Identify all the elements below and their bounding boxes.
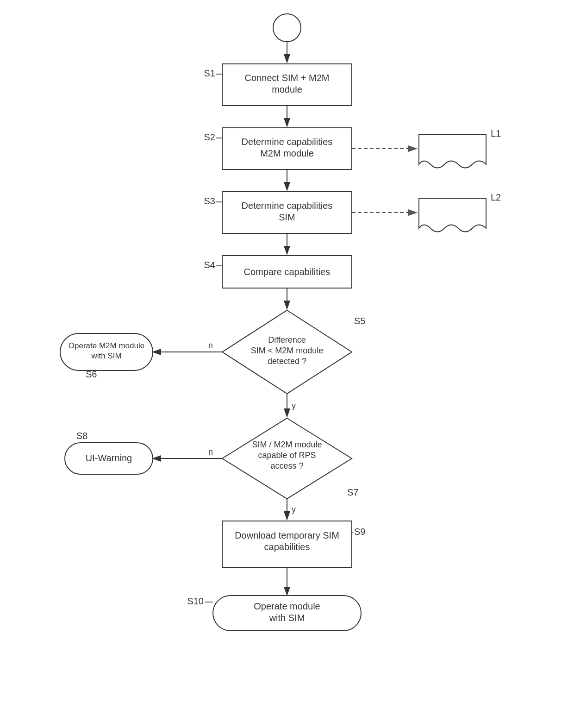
s4-step-label: S4 xyxy=(204,260,215,270)
s4-label: Compare capabilities xyxy=(244,267,331,277)
s7-n-label: n xyxy=(208,447,213,457)
s3-label-line1: Determine capabilities xyxy=(242,201,333,211)
s1-step-label: S1 xyxy=(204,68,215,78)
s10-label-line1: Operate module xyxy=(254,601,320,611)
s10-step-label: S10 xyxy=(187,596,204,606)
s8-label: UI-Warning xyxy=(86,453,132,463)
s10-label-line2: with SIM xyxy=(269,613,305,623)
l1-label: L1 xyxy=(491,128,501,138)
s7-label-line2: capable of RPS xyxy=(258,451,316,460)
s6-label-line1: Operate M2M module xyxy=(69,341,144,350)
s7-step-label: S7 xyxy=(347,487,358,497)
s5-label-line1: Difference xyxy=(268,335,306,345)
s3-label-line2: SIM xyxy=(279,212,295,222)
s1-label-line2: module xyxy=(272,84,302,94)
s2-label-line1: Determine capabilities xyxy=(242,137,333,147)
s9-label-line2: capabilities xyxy=(264,542,310,552)
s5-label-line3: detected ? xyxy=(268,357,306,366)
flowchart-diagram: Connect SIM + M2M module S1 Determine ca… xyxy=(0,0,574,728)
s5-label-line2: SIM < M2M module xyxy=(251,346,324,355)
s5-step-label: S5 xyxy=(354,316,365,326)
l2-document xyxy=(419,198,486,232)
s5-n-label: n xyxy=(208,341,213,350)
s6-step-label: S6 xyxy=(86,369,97,379)
s1-label-line1: Connect SIM + M2M xyxy=(245,73,330,83)
s3-step-label: S3 xyxy=(204,196,215,206)
l2-label: L2 xyxy=(491,192,501,202)
l1-document xyxy=(419,134,486,168)
s5-y-label: y xyxy=(292,401,296,410)
s7-y-label: y xyxy=(292,505,296,514)
s2-label-line2: M2M module xyxy=(260,148,314,158)
s9-step-label: S9 xyxy=(354,527,365,537)
s8-step-label: S8 xyxy=(76,431,87,441)
s6-label-line2: with SIM xyxy=(91,351,121,360)
s2-step-label: S2 xyxy=(204,132,215,142)
s9-label-line1: Download temporary SIM xyxy=(235,530,339,540)
s7-label-line3: access ? xyxy=(270,461,303,471)
start-circle xyxy=(273,14,301,42)
s7-label-line1: SIM / M2M module xyxy=(252,440,322,449)
